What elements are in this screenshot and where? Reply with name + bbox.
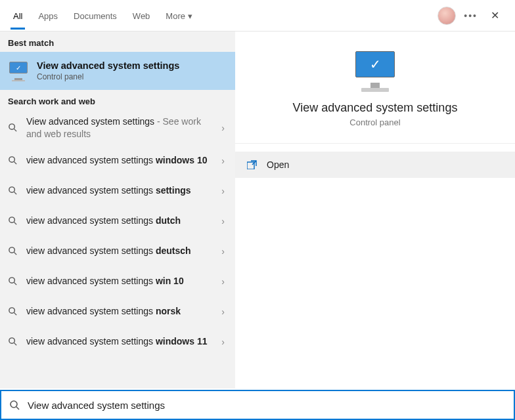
search-result-item[interactable]: view advanced system settings win 10› <box>0 266 235 297</box>
preview-subtitle: Control panel <box>246 117 504 127</box>
result-text: view advanced system settings norsk <box>26 305 212 318</box>
svg-rect-16 <box>247 162 254 169</box>
preview-block: ✓ View advanced system settings Control … <box>235 32 515 144</box>
svg-point-4 <box>9 187 14 192</box>
best-match-title: View advanced system settings <box>37 60 179 71</box>
search-icon <box>8 123 20 133</box>
chevron-right-icon[interactable]: › <box>219 183 227 199</box>
section-header-best-match: Best match <box>0 32 235 52</box>
search-icon <box>8 216 20 226</box>
svg-line-11 <box>14 283 16 285</box>
system-settings-icon: ✓ <box>352 51 398 92</box>
search-result-item[interactable]: view advanced system settings settings› <box>0 176 235 206</box>
search-result-item[interactable]: view advanced system settings norsk› <box>0 297 235 327</box>
result-text: View advanced system settings - See work… <box>26 116 212 140</box>
result-text: view advanced system settings settings <box>26 184 212 197</box>
result-text: view advanced system settings deutsch <box>26 245 212 257</box>
svg-point-12 <box>9 308 14 313</box>
top-bar: All Apps Documents Web More ▾ ••• ✕ <box>0 0 515 32</box>
tab-documents[interactable]: Documents <box>66 2 125 29</box>
open-label: Open <box>267 159 289 170</box>
svg-point-8 <box>9 247 14 253</box>
search-bar <box>0 390 515 420</box>
search-icon <box>8 306 20 316</box>
svg-point-0 <box>9 124 14 129</box>
search-result-item[interactable]: view advanced system settings windows 10… <box>0 146 235 176</box>
more-options-icon[interactable]: ••• <box>464 10 478 21</box>
svg-line-9 <box>14 253 16 255</box>
result-text: view advanced system settings windows 10 <box>26 154 212 167</box>
chevron-right-icon[interactable]: › <box>219 304 227 320</box>
svg-line-5 <box>14 192 16 195</box>
svg-point-2 <box>9 157 14 162</box>
search-icon <box>9 400 20 410</box>
system-settings-icon: ✓ <box>8 62 29 80</box>
svg-line-3 <box>14 162 16 165</box>
search-result-item[interactable]: View advanced system settings - See work… <box>0 110 235 146</box>
search-icon <box>8 276 20 286</box>
svg-line-7 <box>14 222 16 225</box>
tab-more[interactable]: More ▾ <box>158 2 200 29</box>
chevron-right-icon[interactable]: › <box>219 274 227 289</box>
svg-line-1 <box>14 129 16 132</box>
best-match-text: View advanced system settings Control pa… <box>37 60 179 81</box>
tab-all[interactable]: All <box>5 2 30 29</box>
results-pane: Best match ✓ View advanced system settin… <box>0 32 235 388</box>
close-icon[interactable]: ✕ <box>485 7 504 24</box>
search-result-item[interactable]: view advanced system settings dutch› <box>0 206 235 236</box>
results-list: View advanced system settings - See work… <box>0 110 235 357</box>
search-icon <box>8 337 20 346</box>
svg-point-17 <box>11 401 17 408</box>
result-text: view advanced system settings win 10 <box>26 275 212 287</box>
search-result-item[interactable]: view advanced system settings deutsch› <box>0 236 235 266</box>
tab-web[interactable]: Web <box>125 2 158 29</box>
avatar[interactable] <box>437 7 456 25</box>
result-text: view advanced system settings windows 11 <box>26 335 212 348</box>
result-text: view advanced system settings dutch <box>26 215 212 227</box>
svg-line-15 <box>14 343 16 346</box>
svg-line-13 <box>14 313 16 316</box>
chevron-right-icon[interactable]: › <box>219 334 227 350</box>
filter-tabs: All Apps Documents Web More ▾ <box>5 2 437 29</box>
tab-more-label: More <box>166 11 185 21</box>
search-icon <box>8 186 20 196</box>
open-icon <box>247 160 258 169</box>
section-header-search-web: Search work and web <box>0 90 235 110</box>
search-result-item[interactable]: view advanced system settings windows 11… <box>0 327 235 357</box>
chevron-down-icon: ▾ <box>188 11 192 21</box>
preview-pane: ✓ View advanced system settings Control … <box>235 32 515 388</box>
chevron-right-icon[interactable]: › <box>219 153 227 169</box>
chevron-right-icon[interactable]: › <box>219 120 227 136</box>
search-icon <box>8 156 20 165</box>
open-action[interactable]: Open <box>235 152 515 178</box>
tab-apps[interactable]: Apps <box>30 2 66 29</box>
content-area: Best match ✓ View advanced system settin… <box>0 32 515 388</box>
svg-line-18 <box>16 407 19 410</box>
preview-title: View advanced system settings <box>246 101 504 115</box>
svg-point-14 <box>9 338 14 343</box>
search-icon <box>8 246 20 256</box>
best-match-item[interactable]: ✓ View advanced system settings Control … <box>0 52 235 90</box>
svg-point-6 <box>9 217 14 222</box>
search-input[interactable] <box>28 400 506 411</box>
svg-point-10 <box>9 278 14 283</box>
chevron-right-icon[interactable]: › <box>219 243 227 259</box>
top-icons: ••• ✕ <box>437 7 510 25</box>
best-match-subtitle: Control panel <box>37 72 179 81</box>
chevron-right-icon[interactable]: › <box>219 213 227 229</box>
